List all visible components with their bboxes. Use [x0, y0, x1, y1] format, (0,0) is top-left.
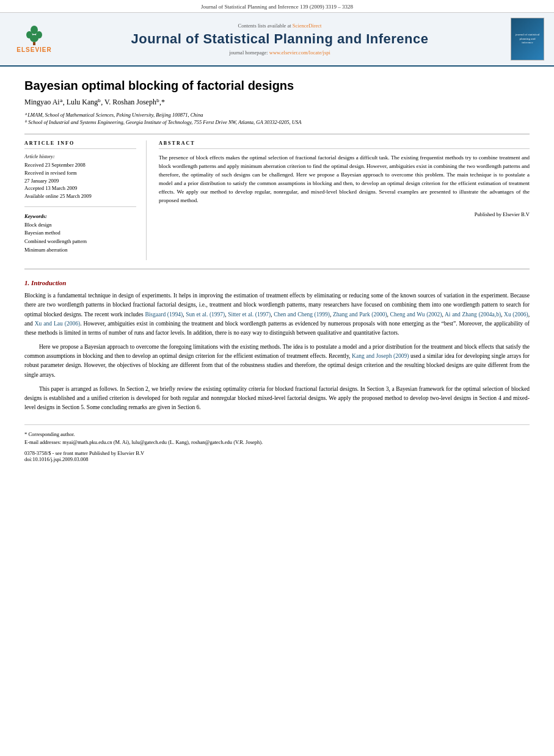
- header-divider: [24, 134, 530, 134]
- abstract-column: ABSTRACT The presence of block effects m…: [159, 140, 530, 260]
- ref-xu-lau[interactable]: Xu and Lau (2006): [35, 321, 80, 327]
- email-addresses-note: E-mail addresses: myai@math.pku.edu.cn (…: [24, 439, 530, 445]
- ref-chen[interactable]: Chen and Cheng (1999): [274, 311, 330, 318]
- journal-cover-thumbnail: journal of statistical planning and infe…: [511, 18, 544, 60]
- svg-point-3: [30, 35, 38, 42]
- journal-homepage-line: journal homepage: www.elsevier.com/locat…: [59, 49, 501, 56]
- ref-zhang[interactable]: Zhang and Park (2000): [333, 311, 387, 318]
- cover-thumbnail-text: journal of statistical planning and infe…: [514, 33, 541, 45]
- ref-bisgaard[interactable]: Bisgaard (1994): [145, 311, 183, 318]
- journal-title-main: Journal of Statistical Planning and Infe…: [59, 31, 501, 47]
- ref-sitter[interactable]: Sitter et al. (1997): [228, 311, 271, 318]
- sciencedirect-link[interactable]: ScienceDirect: [293, 23, 322, 29]
- affiliations: ᵃ LMAM, School of Mathematical Sciences,…: [24, 112, 530, 125]
- issn-line: 0378-3758/$ - see front matter Published…: [24, 450, 530, 456]
- accepted-date: Accepted 13 March 2009: [24, 184, 136, 192]
- journal-title-block: Contents lists available at ScienceDirec…: [59, 23, 501, 56]
- abstract-text: The presence of block effects makes the …: [159, 154, 530, 205]
- info-divider: [24, 206, 136, 207]
- online-date: Available online 25 March 2009: [24, 192, 136, 200]
- revised-label: Received in revised form: [24, 169, 136, 177]
- section1-para1: Blocking is a fundamental technique in d…: [24, 291, 530, 338]
- doi-line: doi:10.1016/j.jspi.2009.03.008: [24, 456, 530, 462]
- keyword-4: Minimum aberration: [24, 246, 136, 255]
- ref-sun[interactable]: Sun et al. (1997): [186, 311, 225, 318]
- received-date: Received 23 September 2008: [24, 161, 136, 169]
- published-by: Published by Elsevier B.V: [159, 211, 530, 217]
- main-content: Bayesian optimal blocking of factorial d…: [0, 67, 554, 474]
- article-info-label: ARTICLE INFO: [24, 140, 136, 149]
- article-info-column: ARTICLE INFO Article history: Received 2…: [24, 140, 147, 260]
- keyword-2: Bayesian method: [24, 229, 136, 238]
- footer-bottom: 0378-3758/$ - see front matter Published…: [24, 450, 530, 462]
- article-history-group: Article history: Received 23 September 2…: [24, 154, 136, 200]
- abstract-label: ABSTRACT: [159, 140, 530, 149]
- affiliation-a: ᵃ LMAM, School of Mathematical Sciences,…: [24, 112, 530, 118]
- keywords-group: Keywords: Block design Bayesian method C…: [24, 213, 136, 254]
- ref-cheng[interactable]: Cheng and Wu (2002): [390, 311, 442, 318]
- journal-header: ELSEVIER Contents lists available at Sci…: [0, 13, 554, 67]
- article-title: Bayesian optimal blocking of factorial d…: [24, 79, 530, 93]
- elsevier-tree-icon: [22, 25, 46, 46]
- corresponding-author-note: * Corresponding author.: [24, 431, 530, 437]
- journal-ref-bar: Journal of Statistical Planning and Infe…: [0, 0, 554, 13]
- elsevier-logo: ELSEVIER: [10, 21, 59, 57]
- footer-section: * Corresponding author. E-mail addresses…: [24, 424, 530, 462]
- elsevier-brand-text: ELSEVIER: [16, 46, 51, 53]
- keyword-1: Block design: [24, 221, 136, 230]
- section1-heading: 1. Introduction: [24, 279, 530, 286]
- ref-kang-joseph[interactable]: Kang and Joseph (2009): [352, 353, 409, 359]
- keyword-3: Combined wordlength pattern: [24, 238, 136, 246]
- affiliation-b: ᵇ School of Industrial and Systems Engin…: [24, 119, 530, 125]
- ref-ai[interactable]: Ai and Zhang (2004a,b): [445, 311, 501, 318]
- revised-date: 27 January 2009: [24, 177, 136, 185]
- email-list: myai@math.pku.edu.cn (M. Ai), lulu@gatec…: [62, 439, 263, 445]
- keywords-label: Keywords:: [24, 213, 136, 219]
- article-body: 1. Introduction Blocking is a fundamenta…: [24, 279, 530, 412]
- section1-para3: This paper is arranged as follows. In Se…: [24, 385, 530, 413]
- section1-para2: Here we propose a Bayesian approach to o…: [24, 343, 530, 380]
- ref-xu2006[interactable]: Xu (2006): [504, 311, 528, 318]
- article-info-abstract-section: ARTICLE INFO Article history: Received 2…: [24, 140, 530, 260]
- body-divider: [24, 269, 530, 269]
- journal-homepage-link[interactable]: www.elsevier.com/locate/jspi: [269, 49, 330, 56]
- history-label: Article history:: [24, 154, 136, 159]
- authors: Mingyao Aiᵃ, Lulu Kangᵇ, V. Roshan Josep…: [24, 98, 530, 107]
- svg-rect-4: [33, 42, 35, 45]
- sciencedirect-line: Contents lists available at ScienceDirec…: [59, 23, 501, 29]
